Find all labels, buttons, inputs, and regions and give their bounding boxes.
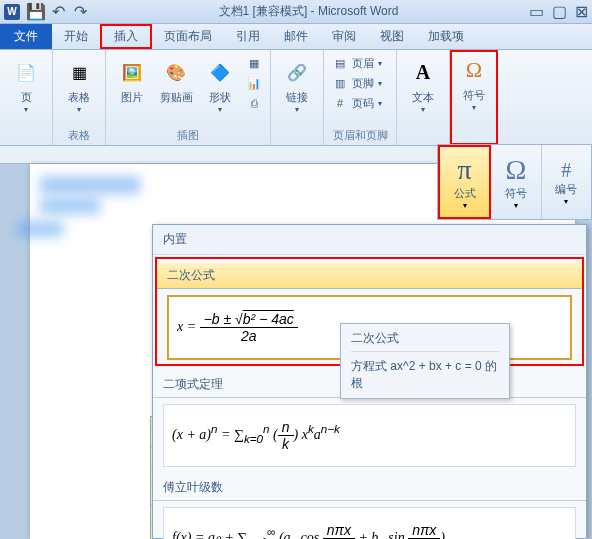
symbol-menu-label: 符号 [505,186,527,201]
tab-references[interactable]: 引用 [224,24,272,49]
chevron-down-icon: ▾ [472,103,476,112]
hyperlink-button[interactable]: 🔗 链接 ▾ [277,54,317,116]
picture-label: 图片 [121,90,143,105]
table-label: 表格 [68,90,90,105]
shapes-button[interactable]: 🔷 形状 ▾ [200,54,240,116]
redo-icon[interactable]: ↷ [72,4,88,20]
tab-page-layout[interactable]: 页面布局 [152,24,224,49]
chevron-down-icon: ▾ [514,201,518,210]
equation-item-fourier[interactable]: 傅立叶级数 f(x) = a₀ + ∑n=1∞ (an cos nπxL + b… [153,471,586,539]
table-button[interactable]: ▦ 表格 ▾ [59,54,99,116]
chevron-down-icon: ▾ [378,79,382,88]
tab-review[interactable]: 审阅 [320,24,368,49]
equation-button[interactable]: π 公式 ▾ [438,145,491,219]
symbol-menu-button[interactable]: Ω 符号 ▾ [491,145,541,219]
equation-formula-binomial: (x + a)n = ∑k=0n (nk) xkan−k [163,404,576,467]
hash-icon: # [561,159,571,182]
shapes-icon: 🔷 [204,56,236,88]
header-icon: ▤ [332,55,348,71]
footer-icon: ▥ [332,75,348,91]
equation-gallery-header: 内置 [153,225,586,255]
chart-icon: 📊 [246,75,262,91]
group-tables-label: 表格 [59,126,99,143]
symbol-button[interactable]: Ω 符号 ▾ [454,52,494,114]
group-pages: 📄 页 ▾ [0,50,53,145]
chevron-down-icon: ▾ [463,201,467,210]
tab-addins[interactable]: 加载项 [416,24,476,49]
group-links: 🔗 链接 ▾ [271,50,324,145]
link-label: 链接 [286,90,308,105]
tooltip-body: 方程式 ax^2 + bx + c = 0 的根 [351,358,499,392]
omega-icon: Ω [506,154,527,186]
screenshot-icon: ⎙ [246,95,262,111]
symbol-label: 符号 [463,88,485,103]
omega-icon: Ω [458,54,490,86]
quick-access-toolbar: 💾 ↶ ↷ [28,4,88,20]
tab-insert[interactable]: 插入 [100,24,152,49]
group-text: A 文本 ▾ [397,50,450,145]
tab-mailings[interactable]: 邮件 [272,24,320,49]
screenshot-button[interactable]: ⎙ [244,94,264,112]
pi-icon: π [458,154,472,186]
tab-file[interactable]: 文件 [0,24,52,49]
smartart-icon: ▦ [246,55,262,71]
clipart-icon: 🎨 [160,56,192,88]
equation-tooltip: 二次公式 方程式 ax^2 + bx + c = 0 的根 [340,323,510,399]
header-label: 页眉 [352,56,374,71]
chevron-down-icon: ▾ [421,105,425,114]
equation-item-title: 二次公式 [157,263,582,289]
number-label: 编号 [555,182,577,197]
shapes-label: 形状 [209,90,231,105]
clipart-button[interactable]: 🎨 剪贴画 [156,54,196,107]
clipart-label: 剪贴画 [160,90,193,105]
equation-formula-fourier: f(x) = a₀ + ∑n=1∞ (an cos nπxL + bn sin … [163,507,576,539]
window-title: 文档1 [兼容模式] - Microsoft Word [88,3,529,20]
group-header-footer-label: 页眉和页脚 [330,126,390,143]
save-icon[interactable]: 💾 [28,4,44,20]
undo-icon[interactable]: ↶ [50,4,66,20]
page-icon: 📄 [10,56,42,88]
title-bar: W 💾 ↶ ↷ 文档1 [兼容模式] - Microsoft Word ▭ ▢ … [0,0,592,24]
minimize-icon[interactable]: ▭ [529,2,544,21]
chevron-down-icon: ▾ [77,105,81,114]
equation-toolbar: π 公式 ▾ Ω 符号 ▾ # 编号 ▾ [437,144,592,220]
page-number-label: 页码 [352,96,374,111]
number-button[interactable]: # 编号 ▾ [542,145,591,219]
equation-label: 公式 [454,186,476,201]
redacted-text [18,221,63,237]
group-illustrations-label: 插图 [112,126,264,143]
close-icon[interactable]: ⊠ [575,2,588,21]
textbox-label: 文本 [412,90,434,105]
chevron-down-icon: ▾ [564,197,568,206]
group-header-footer: ▤页眉▾ ▥页脚▾ #页码▾ 页眉和页脚 [324,50,397,145]
chevron-down-icon: ▾ [218,105,222,114]
textbox-icon: A [407,56,439,88]
textbox-button[interactable]: A 文本 ▾ [403,54,443,116]
page-label: 页 [21,90,32,105]
tab-home[interactable]: 开始 [52,24,100,49]
table-icon: ▦ [63,56,95,88]
word-app-icon: W [4,4,20,20]
redacted-text [40,198,100,214]
picture-icon: 🖼️ [116,56,148,88]
chevron-down-icon: ▾ [295,105,299,114]
smartart-button[interactable]: ▦ [244,54,264,72]
group-tables: ▦ 表格 ▾ 表格 [53,50,106,145]
chart-button[interactable]: 📊 [244,74,264,92]
chevron-down-icon: ▾ [24,105,28,114]
picture-button[interactable]: 🖼️ 图片 [112,54,152,107]
group-symbols: Ω 符号 ▾ [450,50,498,145]
tooltip-title: 二次公式 [351,330,499,352]
equation-item-title: 傅立叶级数 [153,475,586,501]
footer-label: 页脚 [352,76,374,91]
link-icon: 🔗 [281,56,313,88]
window-controls: ▭ ▢ ⊠ [529,2,588,21]
group-illustrations: 🖼️ 图片 🎨 剪贴画 🔷 形状 ▾ ▦ 📊 ⎙ 插图 [106,50,271,145]
cover-page-button[interactable]: 📄 页 ▾ [6,54,46,116]
maximize-icon[interactable]: ▢ [552,2,567,21]
page-number-button[interactable]: #页码▾ [330,94,390,112]
footer-button[interactable]: ▥页脚▾ [330,74,390,92]
chevron-down-icon: ▾ [378,59,382,68]
tab-view[interactable]: 视图 [368,24,416,49]
header-button[interactable]: ▤页眉▾ [330,54,390,72]
